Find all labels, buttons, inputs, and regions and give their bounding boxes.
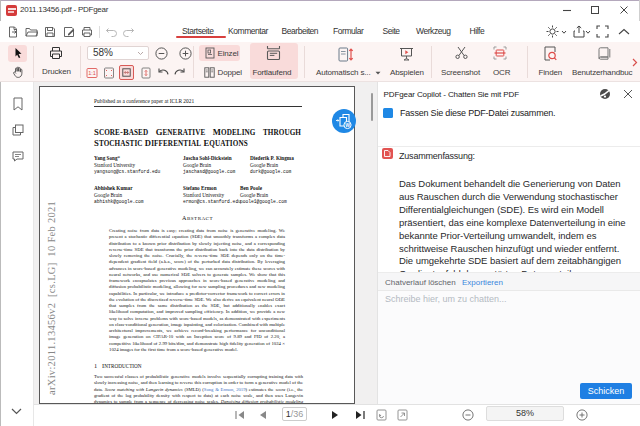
svg-text:W: W bbox=[345, 122, 350, 128]
svg-text:1:1: 1:1 bbox=[88, 70, 96, 76]
